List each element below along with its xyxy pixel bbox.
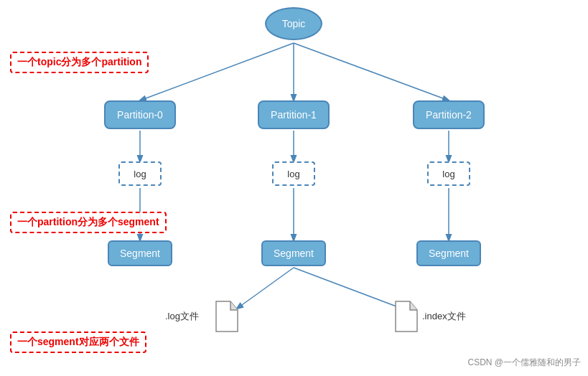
partition1-node: Partition-1 — [258, 100, 330, 129]
index-file-icon — [391, 300, 419, 333]
log-file-icon — [212, 300, 239, 333]
svg-line-10 — [294, 268, 402, 309]
segment2-node: Segment — [416, 240, 481, 266]
partition2-node: Partition-2 — [413, 100, 485, 129]
partition0-label: Partition-0 — [117, 109, 163, 121]
log2-node: log — [427, 161, 470, 186]
log0-label: log — [134, 169, 146, 179]
topic-node: Topic — [265, 7, 322, 40]
segment0-node: Segment — [108, 240, 172, 266]
svg-line-9 — [237, 268, 294, 309]
diagram-container: Topic Partition-0 Partition-1 Partition-… — [0, 0, 588, 376]
log1-label: log — [287, 169, 299, 179]
annotation-segment-files: 一个segment对应两个文件 — [10, 332, 146, 353]
segment1-node: Segment — [261, 240, 326, 266]
svg-line-0 — [140, 43, 294, 100]
topic-label: Topic — [282, 18, 306, 29]
log1-node: log — [272, 161, 315, 186]
index-file-label: .index文件 — [422, 310, 466, 323]
partition1-label: Partition-1 — [271, 109, 317, 121]
log-file-label: .log文件 — [165, 310, 199, 323]
watermark: CSDN @一个儒雅随和的男子 — [467, 357, 581, 369]
partition0-node: Partition-0 — [104, 100, 176, 129]
svg-line-2 — [294, 43, 449, 100]
segment0-label: Segment — [120, 248, 160, 259]
log2-label: log — [442, 169, 454, 179]
annotation-partition-segment: 一个partition分为多个segment — [10, 212, 167, 233]
log0-node: log — [118, 161, 162, 186]
segment2-label: Segment — [429, 248, 469, 259]
partition2-label: Partition-2 — [426, 109, 472, 121]
annotation-topic-partition: 一个topic分为多个partition — [10, 52, 149, 73]
segment1-label: Segment — [274, 248, 314, 259]
